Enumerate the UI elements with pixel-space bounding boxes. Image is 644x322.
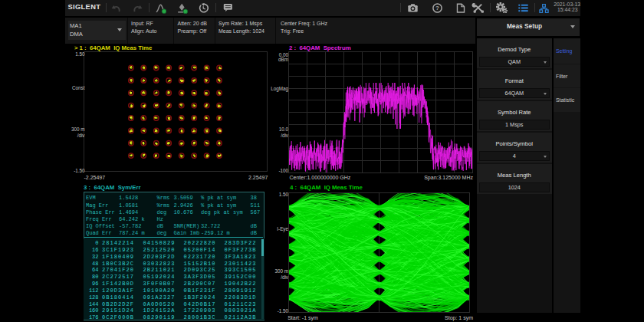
svg-text:?: ? <box>435 5 439 12</box>
